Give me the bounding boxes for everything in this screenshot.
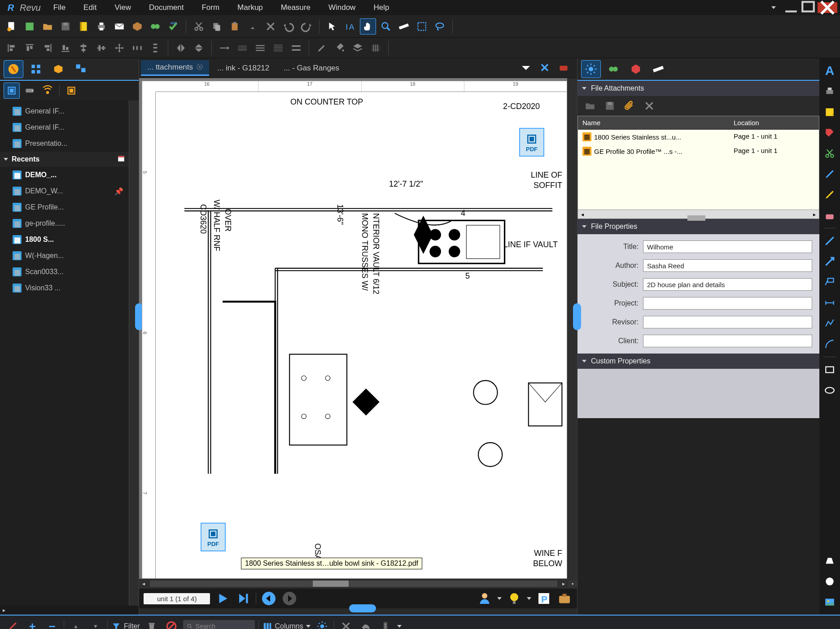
sort-up-icon[interactable]: ▲ — [68, 618, 84, 629]
user-icon[interactable] — [477, 590, 493, 607]
align-center-v-icon[interactable] — [93, 40, 109, 56]
canvas-hscroll[interactable]: ◂ ▸ ▪ — [139, 579, 577, 589]
check-icon[interactable]: ABC — [165, 18, 181, 35]
polygon-tool-icon[interactable] — [822, 553, 838, 569]
right-tab-3d[interactable] — [626, 60, 646, 78]
close-icon[interactable]: ⓧ — [197, 63, 203, 71]
dropdown-icon[interactable] — [766, 0, 782, 16]
flip-h-icon[interactable] — [173, 40, 189, 56]
next-icon[interactable] — [235, 590, 251, 607]
bulb-icon[interactable] — [506, 590, 522, 607]
pen-tool-icon[interactable] — [314, 40, 330, 56]
remove-icon[interactable]: − — [44, 618, 60, 629]
subject-field[interactable] — [643, 278, 812, 291]
left-tab-shapes[interactable] — [71, 60, 91, 78]
package-icon[interactable] — [129, 18, 145, 35]
project-field[interactable] — [643, 297, 812, 310]
attach-col-name[interactable]: Name — [578, 116, 729, 129]
list-item[interactable]: ▦Presentatio... — [0, 135, 129, 152]
calendar-icon[interactable] — [117, 154, 125, 164]
align-top-icon[interactable] — [22, 40, 38, 56]
delete-markup-icon[interactable] — [338, 618, 354, 629]
select-region-icon[interactable] — [414, 18, 430, 35]
revisor-field[interactable] — [643, 316, 812, 328]
close-button[interactable] — [818, 2, 837, 13]
briefcase-icon[interactable] — [556, 590, 573, 607]
menu-help[interactable]: Help — [365, 1, 397, 14]
folder-icon[interactable] — [39, 18, 56, 35]
text-tool-icon[interactable]: A — [822, 63, 838, 79]
tab-close-x-icon[interactable]: ✕ — [537, 60, 553, 76]
polyline-tool-icon[interactable] — [822, 315, 838, 332]
highlighter-icon[interactable] — [822, 187, 838, 203]
list-item[interactable]: ▦Scan0033... — [0, 264, 129, 280]
move-icon[interactable] — [111, 40, 127, 56]
eraser-icon[interactable] — [822, 207, 838, 223]
tag-icon[interactable] — [822, 125, 838, 141]
attachment-row[interactable]: ▦1800 Series Stainless st...u... Page 1 … — [578, 130, 819, 144]
attachment-row[interactable]: ▦GE Profile 30 Profile™ ...s -... Page 1… — [578, 144, 819, 158]
callout-tool-icon[interactable] — [822, 274, 838, 290]
add-icon[interactable]: + — [24, 618, 40, 629]
right-tab-search[interactable] — [604, 60, 623, 78]
left-scrollbar[interactable] — [129, 100, 139, 606]
list-item[interactable]: ▦Vision33 ... — [0, 280, 129, 296]
redo-icon[interactable] — [298, 18, 315, 35]
list-item[interactable]: ▦General IF... — [0, 119, 129, 135]
align-bottom-icon[interactable] — [57, 40, 74, 56]
right-tab-properties[interactable] — [581, 60, 601, 78]
refresh-icon[interactable] — [63, 83, 79, 99]
maximize-button[interactable] — [801, 2, 816, 13]
prev-circle-icon[interactable] — [261, 590, 277, 607]
text-select-icon[interactable]: IA — [342, 18, 358, 35]
left-tab-box[interactable] — [48, 60, 68, 78]
distribute-v-icon[interactable] — [147, 40, 163, 56]
next-circle-icon[interactable] — [281, 590, 298, 607]
list-item[interactable]: ▦W(-Hagen... — [0, 248, 129, 264]
save-icon[interactable] — [57, 18, 74, 35]
list-item[interactable]: ▦GE Profile... — [0, 199, 129, 215]
dimension-tool-icon[interactable] — [822, 295, 838, 311]
explorer-icon[interactable] — [4, 83, 20, 99]
menu-markup[interactable]: Markup — [229, 1, 271, 14]
scissors-icon[interactable] — [822, 145, 838, 162]
record-icon[interactable] — [556, 60, 572, 76]
traffic-light-icon[interactable] — [377, 618, 394, 629]
link-green-icon[interactable] — [147, 18, 163, 35]
chevron-down-icon[interactable] — [497, 597, 502, 600]
ellipse-tool-icon[interactable] — [822, 382, 838, 398]
printer-icon[interactable] — [822, 83, 838, 100]
right-drawer-handle[interactable] — [573, 303, 581, 330]
menu-edit[interactable]: Edit — [75, 1, 105, 14]
list-item[interactable]: ▦General IF... — [0, 103, 129, 119]
list-item[interactable]: ▦DEMO_... — [0, 167, 129, 183]
distribute-h-icon[interactable] — [129, 40, 145, 56]
open-green-icon[interactable] — [22, 18, 38, 35]
columns-button[interactable]: Columns — [262, 621, 311, 629]
flip-v-icon[interactable] — [191, 40, 207, 56]
reply-icon[interactable] — [358, 618, 374, 629]
trash-icon[interactable] — [144, 618, 160, 629]
pan-hand-icon[interactable] — [360, 18, 376, 35]
custom-props-header[interactable]: Custom Properties — [578, 354, 819, 369]
delete-x-icon[interactable] — [262, 18, 279, 35]
recents-header[interactable]: Recents — [0, 152, 129, 167]
pdf-attachment-icon[interactable]: PDF — [201, 523, 226, 551]
chevron-down-icon[interactable] — [397, 625, 402, 628]
markup-search[interactable]: Search — [183, 620, 255, 629]
align-right-icon[interactable] — [39, 40, 56, 56]
menu-form[interactable]: Form — [193, 1, 228, 14]
document-canvas[interactable]: 16 17 18 19 5 6 7 — [142, 81, 567, 579]
minimize-button[interactable] — [783, 2, 799, 13]
menu-file[interactable]: File — [45, 1, 74, 14]
clear-filter-icon[interactable] — [163, 618, 179, 629]
play-icon[interactable] — [214, 590, 231, 607]
notebook-icon[interactable] — [75, 18, 92, 35]
chevron-down-icon[interactable] — [527, 597, 531, 600]
copy-icon[interactable] — [209, 18, 225, 35]
page-indicator[interactable]: unit 1 (1 of 4) — [144, 593, 210, 604]
save-attach-icon[interactable] — [602, 98, 618, 114]
title-field[interactable] — [643, 240, 812, 253]
mail-icon[interactable] — [111, 18, 127, 35]
layers-icon[interactable] — [350, 40, 366, 56]
